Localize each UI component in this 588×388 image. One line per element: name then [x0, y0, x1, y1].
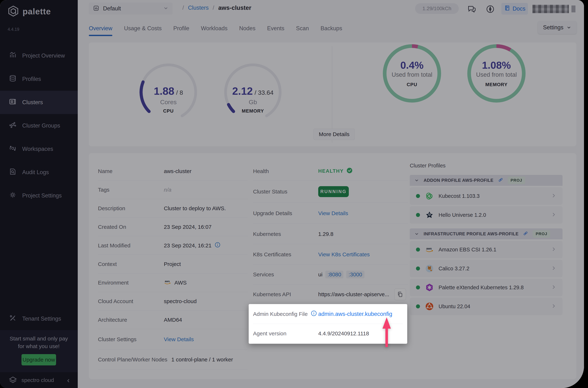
chat-icon[interactable]: [467, 4, 477, 14]
memory-gauge-unit: Gb: [222, 98, 284, 106]
detail-row-name: Name aws-cluster: [98, 162, 248, 181]
layers-icon: [9, 74, 17, 84]
addon-profile-header[interactable]: ADDON PROFILE AWS-PROFILE PROJ: [410, 175, 563, 186]
breadcrumb-clusters-link[interactable]: Clusters: [188, 4, 209, 11]
docs-button[interactable]: Docs: [501, 3, 528, 15]
sidebar: palette 4.4.19 Project Overview: [0, 0, 78, 388]
admin-kubeconfig-link[interactable]: admin.aws-cluster.kubeconfig: [318, 311, 392, 317]
cpu-used-donut: 0.4% Used from total CPU: [381, 43, 443, 104]
sidebar-item-label: Project Overview: [22, 52, 65, 59]
cluster-tabs: Overview Usage & Costs Profile Workloads…: [89, 21, 342, 36]
status-dot: [416, 194, 420, 198]
detail-row-architecture: Architecture AMD64: [98, 311, 248, 329]
chevron-down-icon: [163, 5, 169, 12]
redacted-username: [532, 5, 569, 13]
calico-logo: [425, 264, 434, 273]
view-k8s-certificates-link[interactable]: View K8s Certificates: [318, 251, 370, 258]
chevron-down-icon: [414, 231, 419, 237]
memory-usage-gauge: 2.12/ 33.64 Gb MEMORY: [222, 61, 284, 123]
upgrade-view-details-link[interactable]: View Details: [318, 210, 348, 217]
cpu-gauge-caption: CPU: [137, 108, 199, 114]
sidebar-item-workspaces[interactable]: Workspaces: [0, 137, 78, 161]
promo-line-2: for what you use!: [18, 342, 60, 350]
details-left-column: Name aws-cluster Tags n/a Description Cl…: [98, 162, 248, 370]
detail-row-created-on: Created On 23 Sep 2024, 16:07: [98, 218, 248, 236]
tab-profile[interactable]: Profile: [173, 21, 189, 36]
brand-name: palette: [23, 7, 51, 16]
info-icon[interactable]: [214, 242, 221, 249]
service-port-3000-link[interactable]: :3000: [346, 271, 364, 278]
cluster-details-card: Name aws-cluster Tags n/a Description Cl…: [89, 153, 576, 379]
info-icon[interactable]: [311, 310, 317, 318]
detail-row-environment: Environment aws AWS: [98, 273, 248, 292]
profile-item-kubecost[interactable]: Kubecost 1.103.3: [410, 187, 563, 205]
profile-item-hello-universe[interactable]: Hello Universe 1.2.0: [410, 206, 563, 224]
docs-label: Docs: [513, 5, 525, 12]
chevron-right-icon: [551, 266, 556, 272]
detail-row-upgrade-details: Upgrade Details View Details: [253, 203, 408, 224]
orbit-icon: [9, 144, 17, 154]
kubecost-logo: [425, 191, 434, 201]
detail-row-k8s-certificates: K8s Certificates View K8s Certificates: [253, 244, 408, 265]
project-chart-icon: [93, 5, 99, 12]
sidebar-item-label: Audit Logs: [22, 169, 49, 176]
ubuntu-logo: [425, 302, 434, 311]
screen: palette 4.4.19 Project Overview: [0, 0, 588, 388]
cpu-gauge-value: 1.88: [154, 85, 174, 97]
detail-row-services: Services ui :8080 :3000: [253, 265, 408, 284]
tab-overview[interactable]: Overview: [89, 21, 112, 36]
profile-item-calico[interactable]: Calico 3.27.2: [410, 260, 563, 277]
tab-nodes[interactable]: Nodes: [239, 21, 256, 36]
sidebar-item-label: Project Settings: [22, 192, 62, 199]
audit-icon: [9, 168, 17, 177]
sidebar-item-tenant-settings[interactable]: Tenant Settings: [0, 312, 78, 326]
project-selector[interactable]: Default: [89, 2, 173, 15]
tab-usage-costs[interactable]: Usage & Costs: [124, 21, 162, 36]
health-status-badge: HEALTHY: [318, 167, 353, 175]
upgrade-now-button[interactable]: Upgrade now: [22, 354, 56, 365]
detail-row-health: Health HEALTHY: [253, 162, 408, 181]
app-version: 4.4.19: [8, 27, 19, 32]
sidebar-item-clusters[interactable]: Clusters: [0, 91, 78, 114]
tab-events[interactable]: Events: [267, 21, 284, 36]
service-port-8080-link[interactable]: :8080: [325, 271, 343, 278]
tab-scan[interactable]: Scan: [296, 21, 309, 36]
cpu-usage-gauge: 1.88/ 8 Cores CPU: [137, 61, 199, 123]
profile-item-amazon-ebs-csi[interactable]: aws Amazon EBS CSI 1.26.1: [410, 241, 563, 258]
tenant-settings-label: Tenant Settings: [22, 315, 61, 322]
profile-item-ubuntu[interactable]: Ubuntu 22.04: [410, 298, 563, 315]
chevron-right-icon: [551, 303, 556, 310]
sidebar-item-project-overview[interactable]: Project Overview: [0, 44, 78, 67]
cpu-donut-caption: CPU: [381, 82, 443, 87]
cluster-settings-view-details-link[interactable]: View Details: [164, 336, 194, 342]
tab-workloads[interactable]: Workloads: [201, 21, 227, 36]
infrastructure-profile-header[interactable]: INFRASTRUCTURE PROFILE AWS-PROFILE PROJ: [410, 228, 563, 239]
tab-backups[interactable]: Backups: [320, 21, 342, 36]
tools-icon: [9, 314, 17, 323]
sidebar-item-profiles[interactable]: Profiles: [0, 67, 78, 91]
cpu-donut-subtitle: Used from total: [381, 71, 443, 78]
status-dot: [416, 213, 420, 217]
spectro-cloud-logo: [8, 375, 18, 386]
compass-icon[interactable]: [485, 4, 495, 14]
detail-row-agent-version: Agent version 4.4.9/20240912.1118: [253, 324, 403, 343]
profile-item-palette-extended-kubernetes[interactable]: Palette eXtended Kubernetes 1.29.8: [410, 279, 563, 296]
svg-text:aws: aws: [165, 280, 170, 283]
breadcrumb-separator: /: [213, 4, 214, 11]
app-window: palette 4.4.19 Project Overview: [0, 0, 584, 388]
detail-row-cluster-status: Cluster Status RUNNING: [253, 181, 408, 203]
memory-gauge-value: 2.12: [232, 85, 253, 97]
sidebar-item-audit-logs[interactable]: Audit Logs: [0, 161, 78, 184]
sidebar-item-cluster-groups[interactable]: Cluster Groups: [0, 114, 78, 137]
more-details-button[interactable]: More Details: [314, 129, 355, 140]
memory-donut-percent: 1.08%: [466, 59, 527, 71]
collapse-sidebar-icon[interactable]: ‹: [67, 377, 69, 384]
promo-line-1: Start small and only pay: [10, 335, 68, 342]
sidebar-item-project-settings[interactable]: Project Settings: [0, 184, 78, 207]
bar-chart-icon: [9, 51, 17, 60]
settings-button[interactable]: Settings: [538, 21, 577, 34]
brand: palette: [7, 5, 51, 18]
copy-icon[interactable]: [394, 289, 406, 300]
nodes-icon: [9, 121, 17, 130]
sidebar-item-label: Workspaces: [22, 146, 53, 152]
